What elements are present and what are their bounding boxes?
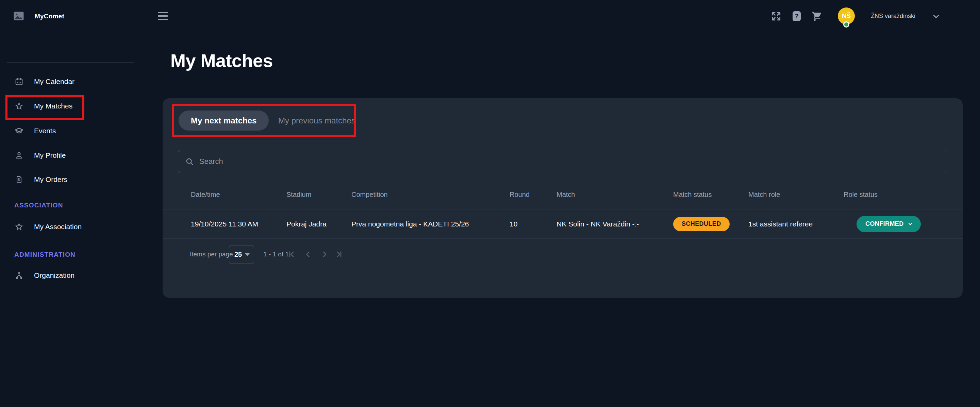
search-box [178, 150, 947, 173]
tabs-bottom-border [178, 137, 947, 137]
caret-down-icon [245, 253, 250, 256]
star-icon [14, 222, 24, 232]
presence-status-dot [843, 21, 850, 27]
column-header-stadium: Stadium [286, 180, 311, 210]
page-title: My Matches [170, 50, 273, 71]
search-icon [185, 157, 194, 166]
sidebar-item-my-matches[interactable]: My Matches [0, 96, 141, 116]
matches-panel: My next matches My previous matches Date… [162, 98, 963, 298]
invoice-icon: $ [14, 175, 24, 184]
header-divider [142, 86, 980, 86]
fullscreen-button[interactable] [770, 0, 783, 32]
sidebar-section-association: ASSOCIATION [14, 200, 63, 210]
sidebar-item-label: My Calendar [34, 78, 75, 86]
role-status-dropdown[interactable]: CONFIRMED [856, 216, 921, 232]
app-logo-placeholder-icon [14, 11, 24, 21]
avatar-initials: NŠ [842, 12, 851, 20]
sidebar-section-administration: ADMINISTRATION [14, 250, 75, 259]
sidebar-item-my-profile[interactable]: My Profile [0, 146, 141, 165]
match-status-badge: SCHEDULED [673, 217, 730, 231]
sidebar-item-label: My Orders [34, 175, 67, 184]
menu-icon [158, 12, 168, 14]
cart-button[interactable] [810, 0, 824, 32]
column-header-round: Round [509, 180, 530, 210]
sidebar-item-my-association[interactable]: My Association [0, 217, 141, 237]
cell-datetime: 19/10/2025 11:30 AM [191, 210, 258, 239]
organization-switcher[interactable]: ŽNS varaždinski [871, 0, 941, 32]
app-root: My Calendar My Matches Events [0, 0, 980, 407]
fullscreen-icon [771, 11, 782, 22]
cell-match-role: 1st assistant referee [748, 210, 813, 239]
help-icon: ? [792, 11, 801, 21]
chevron-down-icon [907, 221, 913, 227]
last-page-button[interactable] [334, 249, 345, 259]
column-header-match-role: Match role [748, 180, 780, 210]
paginator: Items per page 25 1 - 1 of 1 [162, 239, 963, 270]
cell-competition: Prva nogometna liga - KADETI 25/26 [352, 210, 469, 239]
table-header-row: Date/time Stadium Competition Round Matc… [162, 180, 963, 210]
column-header-role-status: Role status [843, 180, 878, 210]
sidebar-item-my-orders[interactable]: $ My Orders [0, 170, 141, 189]
sidebar-item-label: Organization [34, 271, 75, 280]
brand-title: MyComet [35, 0, 64, 32]
cell-round: 10 [509, 210, 517, 239]
cell-match: NK Solin - NK Varaždin -:- [557, 210, 639, 239]
person-icon [14, 151, 24, 160]
sidebar-item-label: My Profile [34, 151, 66, 159]
graduation-cap-icon [14, 126, 24, 136]
topbar: MyComet ? NŠ [0, 0, 980, 32]
svg-text:$: $ [18, 178, 20, 181]
next-page-button[interactable] [320, 249, 329, 259]
column-header-match: Match [557, 180, 575, 210]
star-icon [14, 101, 24, 111]
cart-icon [811, 11, 822, 22]
table-row[interactable]: 19/10/2025 11:30 AM Pokraj Jadra Prva no… [162, 210, 963, 239]
sidebar-item-label: My Matches [34, 102, 72, 110]
sidebar-item-organization[interactable]: Organization [0, 266, 141, 285]
sidebar-item-label: My Association [34, 223, 82, 231]
previous-page-button[interactable] [303, 249, 313, 259]
items-per-page-label: Items per page [190, 239, 233, 270]
help-button[interactable]: ? [790, 0, 803, 32]
sidebar-item-label: Events [34, 127, 56, 135]
column-header-match-status: Match status [673, 180, 712, 210]
sidebar-item-my-calendar[interactable]: My Calendar [0, 72, 141, 91]
sidebar-item-events[interactable]: Events [0, 121, 141, 141]
sidebar: My Calendar My Matches Events [0, 0, 141, 407]
first-page-button[interactable] [286, 249, 296, 259]
tab-my-next-matches[interactable]: My next matches [178, 111, 269, 130]
cell-stadium: Pokraj Jadra [286, 210, 326, 239]
search-input[interactable] [199, 157, 947, 166]
column-header-competition: Competition [352, 180, 388, 210]
org-chart-icon [14, 271, 24, 280]
calendar-icon [14, 77, 24, 86]
items-per-page-select[interactable]: 25 [229, 245, 254, 264]
column-header-datetime: Date/time [191, 180, 220, 210]
chevron-down-icon [931, 11, 941, 21]
menu-button[interactable] [158, 10, 169, 22]
tab-my-previous-matches[interactable]: My previous matches [272, 111, 362, 130]
organization-name: ŽNS varaždinski [871, 13, 915, 20]
avatar[interactable]: NŠ [838, 8, 855, 24]
page-range-label: 1 - 1 of 1 [263, 239, 289, 270]
